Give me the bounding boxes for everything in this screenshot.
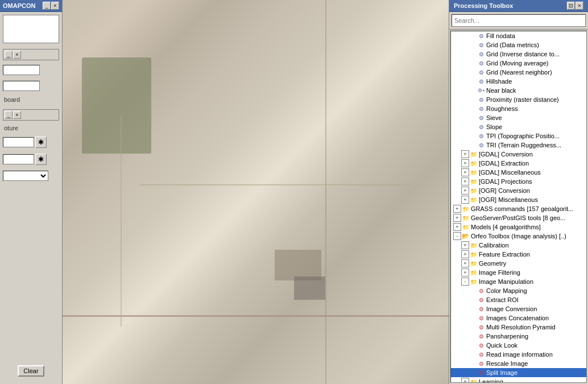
tree-item-images_concatenation[interactable]: ⚙Images Concatenation [451, 313, 586, 323]
tree-item-gdal_extraction[interactable]: +📁[GDAL] Extraction [451, 159, 586, 168]
tree-item-slope[interactable]: ⚙Slope [451, 122, 586, 131]
field-line-v [121, 115, 122, 327]
right-panel-close-btn[interactable]: × [575, 2, 583, 10]
input-field-2[interactable] [3, 81, 40, 91]
clear-button[interactable]: Clear [18, 365, 44, 377]
tree-item-color_mapping[interactable]: ⚙Color Mapping [451, 286, 586, 295]
input-field-1[interactable] [3, 65, 40, 75]
tree-label-gdal_conversion: [GDAL] Conversion [479, 151, 533, 158]
tree-label-geometry: Geometry [479, 260, 506, 267]
tree-item-split_image[interactable]: ⚙Split Image [451, 368, 586, 377]
tree-label-gdal_misc: [GDAL] Miscellaneous [479, 169, 541, 176]
tree-item-extract_roi[interactable]: ⚙Extract ROI [451, 295, 586, 304]
gear-icon: ⚙ [477, 77, 485, 85]
tree-item-pansharpening[interactable]: ⚙Pansharpening [451, 332, 586, 341]
folder-icon: 📁 [470, 159, 478, 167]
expand-btn-grass_commands[interactable]: + [453, 205, 461, 213]
expand-btn-ogr_conversion[interactable]: + [461, 187, 469, 195]
tree-item-geometry[interactable]: +📁Geometry [451, 259, 586, 268]
folder-icon: 📁 [470, 187, 478, 195]
tree-item-models[interactable]: +📁Models [4 geoalgorithms] [451, 222, 586, 232]
expand-btn-image_filtering[interactable]: + [461, 269, 469, 276]
tree-label-geoserver: GeoServer/PostGIS tools [8 geo... [471, 214, 565, 221]
tree-item-proximity[interactable]: ⚙Proximity (raster distance) [451, 95, 586, 104]
tree-item-quick_look[interactable]: ⚙Quick Look [451, 341, 586, 350]
close-btn[interactable]: × [51, 2, 59, 10]
star-btn-2[interactable]: ✱ [35, 154, 47, 165]
expand-btn-geometry[interactable]: + [461, 259, 469, 267]
tree-label-multi_resolution: Multi Resolution Pyramid [486, 324, 556, 331]
tree-label-images_concatenation: Images Concatenation [486, 315, 549, 321]
toolbar-min-btn[interactable]: _ [5, 51, 13, 59]
tree-item-read_image_info[interactable]: ⚙Read image information [451, 350, 586, 359]
tree-label-calibration: Calibration [479, 242, 509, 249]
tree-label-ogr_misc: [OGR] Miscellaneous [479, 196, 538, 203]
input-field-3[interactable] [3, 137, 34, 147]
toolbar-close-btn[interactable]: × [13, 51, 21, 59]
minimize-btn[interactable]: _ [43, 2, 51, 10]
expand-btn-gdal_projections[interactable]: + [461, 177, 469, 185]
right-panel-controls: ⊡ × [567, 2, 583, 10]
tree-item-ogr_misc[interactable]: +📁[OGR] Miscellaneous [451, 195, 586, 204]
tree-item-image_filtering[interactable]: +📁Image Filtering [451, 268, 586, 277]
input-field-4[interactable] [3, 154, 34, 164]
expand-btn-learning[interactable]: + [461, 378, 469, 383]
tree-item-grass_commands[interactable]: +📁GRASS commands [157 geoalgorit... [451, 204, 586, 213]
tree-item-tri[interactable]: ⚙TRI (Terrain Ruggedness... [451, 141, 586, 150]
tree-item-near_black[interactable]: ⚙▪Near black [451, 86, 586, 95]
tree-item-grid_moving[interactable]: ⚙Grid (Moving average) [451, 59, 586, 68]
tree-item-gdal_conversion[interactable]: +📁[GDAL] Conversion [451, 150, 586, 159]
tree-label-proximity: Proximity (raster distance) [486, 96, 559, 103]
tree-item-learning[interactable]: +📁Learning [451, 377, 586, 383]
tree-item-ogr_conversion[interactable]: +📁[OGR] Conversion [451, 186, 586, 195]
tree-item-tpi[interactable]: ⚙TPI (Topographic Positio... [451, 131, 586, 141]
tree-item-image_manipulation[interactable]: -📁Image Manipulation [451, 277, 586, 286]
tree-item-hillshade[interactable]: ⚙Hillshade [451, 77, 586, 86]
expand-btn-gdal_extraction[interactable]: + [461, 159, 469, 167]
tree-item-gdal_misc[interactable]: +📁[GDAL] Miscellaneous [451, 168, 586, 177]
tree-item-multi_resolution[interactable]: ⚙Multi Resolution Pyramid [451, 323, 586, 332]
expand-btn-geoserver[interactable]: + [453, 214, 461, 222]
tree-item-fill_nodata[interactable]: ⚙Fill nodata [451, 31, 586, 40]
tree-item-roughness[interactable]: ⚙Roughness [451, 104, 586, 113]
tree-item-feature_extraction[interactable]: +📁Feature Extraction [451, 250, 586, 259]
expand-btn-orfeo[interactable]: - [453, 232, 461, 240]
expand-btn-gdal_conversion[interactable]: + [461, 150, 469, 158]
select-dropdown[interactable] [3, 171, 48, 181]
input-row-3: ✱ [3, 137, 59, 148]
tree-item-grid_inverse[interactable]: ⚙Grid (Inverse distance to... [451, 49, 586, 59]
tree-label-read_image_info: Read image information [486, 351, 553, 358]
tree-item-rescale_image[interactable]: ⚙Rescale Image [451, 359, 586, 368]
toolbar2-min-btn[interactable]: _ [5, 111, 13, 119]
folder-icon: 📁 [470, 278, 478, 286]
tree-item-sieve[interactable]: ⚙Sieve [451, 113, 586, 122]
tree-item-orfeo[interactable]: -📂Orfeo Toolbox (Image analysis) [..) [451, 232, 586, 241]
tree-label-feature_extraction: Feature Extraction [479, 251, 530, 258]
toolbar2-close-btn[interactable]: × [13, 111, 21, 119]
star-btn-1[interactable]: ✱ [35, 137, 47, 148]
cogred-icon: ⚙ [477, 332, 485, 340]
tree-label-gdal_projections: [GDAL] Projections [479, 178, 532, 185]
expand-btn-gdal_misc[interactable]: + [461, 168, 469, 176]
map-area[interactable] [63, 0, 449, 384]
tree-item-gdal_projections[interactable]: +📁[GDAL] Projections [451, 177, 586, 186]
tree-label-models: Models [4 geoalgorithms] [471, 224, 541, 230]
right-panel: Processing Toolbox ⊡ × ⚙Fill nodata⚙Grid… [449, 0, 588, 384]
tree-item-grid_nearest[interactable]: ⚙Grid (Nearest neighbor) [451, 68, 586, 77]
cogred-icon: ⚙ [477, 369, 485, 377]
tree-container[interactable]: ⚙Fill nodata⚙Grid (Data metrics)⚙Grid (I… [450, 31, 587, 383]
tree-label-tri: TRI (Terrain Ruggedness... [486, 142, 561, 148]
right-panel-float-btn[interactable]: ⊡ [567, 2, 575, 10]
expand-btn-calibration[interactable]: + [461, 241, 469, 249]
tree-item-geoserver[interactable]: +📁GeoServer/PostGIS tools [8 geo... [451, 213, 586, 222]
tree-item-image_conversion[interactable]: ⚙Image Conversion [451, 304, 586, 313]
tree-item-calibration[interactable]: +📁Calibration [451, 241, 586, 250]
search-bar [449, 12, 588, 30]
expand-btn-feature_extraction[interactable]: + [461, 250, 469, 258]
expand-btn-ogr_misc[interactable]: + [461, 196, 469, 204]
expand-btn-image_manipulation[interactable]: - [461, 278, 469, 286]
expand-btn-models[interactable]: + [453, 223, 461, 231]
tree-item-grid_data_metrics[interactable]: ⚙Grid (Data metrics) [451, 40, 586, 49]
search-input[interactable] [452, 14, 586, 27]
tree-label-grid_data_metrics: Grid (Data metrics) [486, 42, 539, 48]
